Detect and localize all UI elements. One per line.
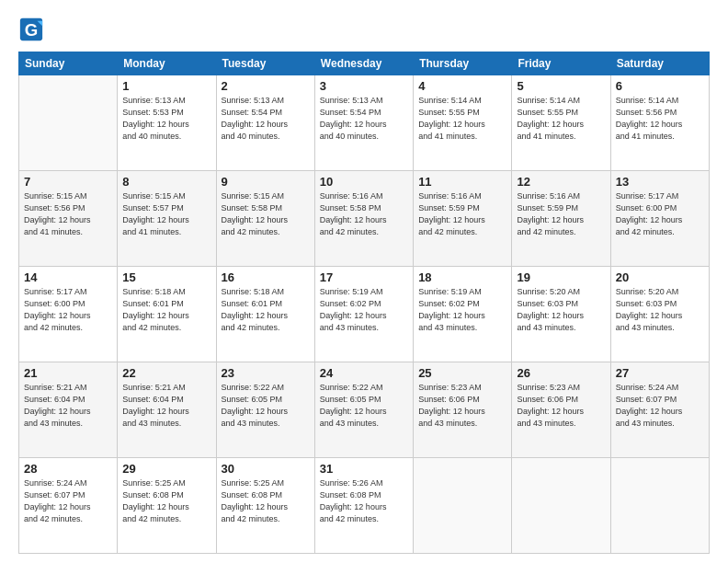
calendar-cell: 22Sunrise: 5:21 AMSunset: 6:04 PMDayligh… <box>118 362 216 458</box>
col-header-tuesday: Tuesday <box>216 52 314 75</box>
day-info: Sunrise: 5:22 AMSunset: 6:05 PMDaylight:… <box>222 382 310 430</box>
day-info: Sunrise: 5:14 AMSunset: 5:55 PMDaylight:… <box>517 95 605 143</box>
week-row-4: 21Sunrise: 5:21 AMSunset: 6:04 PMDayligh… <box>19 362 710 458</box>
day-number: 24 <box>320 366 408 380</box>
day-number: 7 <box>24 175 112 189</box>
week-row-2: 7Sunrise: 5:15 AMSunset: 5:56 PMDaylight… <box>19 171 710 267</box>
day-info: Sunrise: 5:23 AMSunset: 6:06 PMDaylight:… <box>517 382 605 430</box>
day-number: 15 <box>122 270 210 284</box>
day-number: 5 <box>517 79 605 93</box>
day-info: Sunrise: 5:14 AMSunset: 5:56 PMDaylight:… <box>616 95 704 143</box>
calendar-cell <box>19 75 118 171</box>
col-header-saturday: Saturday <box>610 52 709 75</box>
day-info: Sunrise: 5:25 AMSunset: 6:08 PMDaylight:… <box>222 477 310 525</box>
logo: G <box>18 17 48 42</box>
day-number: 11 <box>418 175 506 189</box>
week-row-5: 28Sunrise: 5:24 AMSunset: 6:07 PMDayligh… <box>19 458 710 554</box>
week-row-1: 1Sunrise: 5:13 AMSunset: 5:53 PMDaylight… <box>19 75 710 171</box>
day-info: Sunrise: 5:13 AMSunset: 5:53 PMDaylight:… <box>122 95 210 143</box>
day-info: Sunrise: 5:20 AMSunset: 6:03 PMDaylight:… <box>517 286 605 334</box>
calendar-cell: 21Sunrise: 5:21 AMSunset: 6:04 PMDayligh… <box>19 362 118 458</box>
day-info: Sunrise: 5:18 AMSunset: 6:01 PMDaylight:… <box>122 286 210 334</box>
day-number: 29 <box>122 462 210 476</box>
day-info: Sunrise: 5:19 AMSunset: 6:02 PMDaylight:… <box>320 286 408 334</box>
day-number: 31 <box>320 462 408 476</box>
calendar-cell: 14Sunrise: 5:17 AMSunset: 6:00 PMDayligh… <box>19 267 118 362</box>
day-info: Sunrise: 5:13 AMSunset: 5:54 PMDaylight:… <box>320 95 408 143</box>
svg-text:G: G <box>25 20 39 40</box>
calendar-cell: 26Sunrise: 5:23 AMSunset: 6:06 PMDayligh… <box>512 362 610 458</box>
calendar-cell: 8Sunrise: 5:15 AMSunset: 5:57 PMDaylight… <box>118 171 216 267</box>
day-number: 8 <box>122 175 210 189</box>
day-number: 19 <box>517 270 605 284</box>
calendar-cell: 1Sunrise: 5:13 AMSunset: 5:53 PMDaylight… <box>118 75 216 171</box>
day-number: 20 <box>616 270 704 284</box>
day-number: 13 <box>616 175 704 189</box>
day-number: 9 <box>222 175 310 189</box>
calendar-cell <box>610 458 709 554</box>
day-info: Sunrise: 5:15 AMSunset: 5:56 PMDaylight:… <box>24 190 112 238</box>
day-info: Sunrise: 5:13 AMSunset: 5:54 PMDaylight:… <box>222 95 310 143</box>
day-number: 6 <box>616 79 704 93</box>
day-number: 21 <box>24 366 112 380</box>
day-info: Sunrise: 5:17 AMSunset: 6:00 PMDaylight:… <box>616 190 704 238</box>
day-number: 2 <box>222 79 310 93</box>
day-info: Sunrise: 5:20 AMSunset: 6:03 PMDaylight:… <box>616 286 704 334</box>
day-info: Sunrise: 5:14 AMSunset: 5:55 PMDaylight:… <box>418 95 506 143</box>
day-number: 30 <box>222 462 310 476</box>
day-number: 23 <box>222 366 310 380</box>
calendar-cell: 15Sunrise: 5:18 AMSunset: 6:01 PMDayligh… <box>118 267 216 362</box>
day-info: Sunrise: 5:17 AMSunset: 6:00 PMDaylight:… <box>24 286 112 334</box>
day-info: Sunrise: 5:24 AMSunset: 6:07 PMDaylight:… <box>616 382 704 430</box>
calendar-cell: 27Sunrise: 5:24 AMSunset: 6:07 PMDayligh… <box>610 362 709 458</box>
day-number: 17 <box>320 270 408 284</box>
calendar-cell <box>414 458 512 554</box>
col-header-friday: Friday <box>512 52 610 75</box>
calendar-cell: 16Sunrise: 5:18 AMSunset: 6:01 PMDayligh… <box>216 267 314 362</box>
calendar-cell <box>512 458 610 554</box>
day-number: 1 <box>122 79 210 93</box>
day-number: 25 <box>418 366 506 380</box>
day-number: 3 <box>320 79 408 93</box>
calendar-cell: 13Sunrise: 5:17 AMSunset: 6:00 PMDayligh… <box>610 171 709 267</box>
day-info: Sunrise: 5:24 AMSunset: 6:07 PMDaylight:… <box>24 477 112 525</box>
calendar-cell: 5Sunrise: 5:14 AMSunset: 5:55 PMDaylight… <box>512 75 610 171</box>
logo-icon: G <box>18 17 44 42</box>
calendar-cell: 12Sunrise: 5:16 AMSunset: 5:59 PMDayligh… <box>512 171 610 267</box>
day-number: 14 <box>24 270 112 284</box>
calendar-cell: 25Sunrise: 5:23 AMSunset: 6:06 PMDayligh… <box>414 362 512 458</box>
calendar-table: SundayMondayTuesdayWednesdayThursdayFrid… <box>18 52 710 554</box>
calendar-cell: 17Sunrise: 5:19 AMSunset: 6:02 PMDayligh… <box>314 267 413 362</box>
page: G SundayMondayTuesdayWednesdayThursdayFr… <box>0 0 728 563</box>
day-info: Sunrise: 5:25 AMSunset: 6:08 PMDaylight:… <box>122 477 210 525</box>
calendar-cell: 3Sunrise: 5:13 AMSunset: 5:54 PMDaylight… <box>314 75 413 171</box>
day-info: Sunrise: 5:16 AMSunset: 5:59 PMDaylight:… <box>418 190 506 238</box>
day-info: Sunrise: 5:26 AMSunset: 6:08 PMDaylight:… <box>320 477 408 525</box>
calendar-cell: 29Sunrise: 5:25 AMSunset: 6:08 PMDayligh… <box>118 458 216 554</box>
calendar-cell: 31Sunrise: 5:26 AMSunset: 6:08 PMDayligh… <box>314 458 413 554</box>
calendar-cell: 11Sunrise: 5:16 AMSunset: 5:59 PMDayligh… <box>414 171 512 267</box>
day-info: Sunrise: 5:19 AMSunset: 6:02 PMDaylight:… <box>418 286 506 334</box>
calendar-cell: 9Sunrise: 5:15 AMSunset: 5:58 PMDaylight… <box>216 171 314 267</box>
calendar-cell: 23Sunrise: 5:22 AMSunset: 6:05 PMDayligh… <box>216 362 314 458</box>
calendar-cell: 2Sunrise: 5:13 AMSunset: 5:54 PMDaylight… <box>216 75 314 171</box>
calendar-cell: 24Sunrise: 5:22 AMSunset: 6:05 PMDayligh… <box>314 362 413 458</box>
day-number: 18 <box>418 270 506 284</box>
header: G <box>18 17 710 42</box>
calendar-cell: 18Sunrise: 5:19 AMSunset: 6:02 PMDayligh… <box>414 267 512 362</box>
col-header-thursday: Thursday <box>414 52 512 75</box>
day-info: Sunrise: 5:23 AMSunset: 6:06 PMDaylight:… <box>418 382 506 430</box>
col-header-wednesday: Wednesday <box>314 52 413 75</box>
calendar-cell: 28Sunrise: 5:24 AMSunset: 6:07 PMDayligh… <box>19 458 118 554</box>
calendar-cell: 6Sunrise: 5:14 AMSunset: 5:56 PMDaylight… <box>610 75 709 171</box>
col-header-sunday: Sunday <box>19 52 118 75</box>
day-info: Sunrise: 5:16 AMSunset: 5:58 PMDaylight:… <box>320 190 408 238</box>
day-info: Sunrise: 5:15 AMSunset: 5:58 PMDaylight:… <box>222 190 310 238</box>
day-info: Sunrise: 5:15 AMSunset: 5:57 PMDaylight:… <box>122 190 210 238</box>
day-number: 12 <box>517 175 605 189</box>
day-info: Sunrise: 5:21 AMSunset: 6:04 PMDaylight:… <box>122 382 210 430</box>
day-info: Sunrise: 5:16 AMSunset: 5:59 PMDaylight:… <box>517 190 605 238</box>
day-number: 10 <box>320 175 408 189</box>
calendar-cell: 4Sunrise: 5:14 AMSunset: 5:55 PMDaylight… <box>414 75 512 171</box>
day-number: 28 <box>24 462 112 476</box>
